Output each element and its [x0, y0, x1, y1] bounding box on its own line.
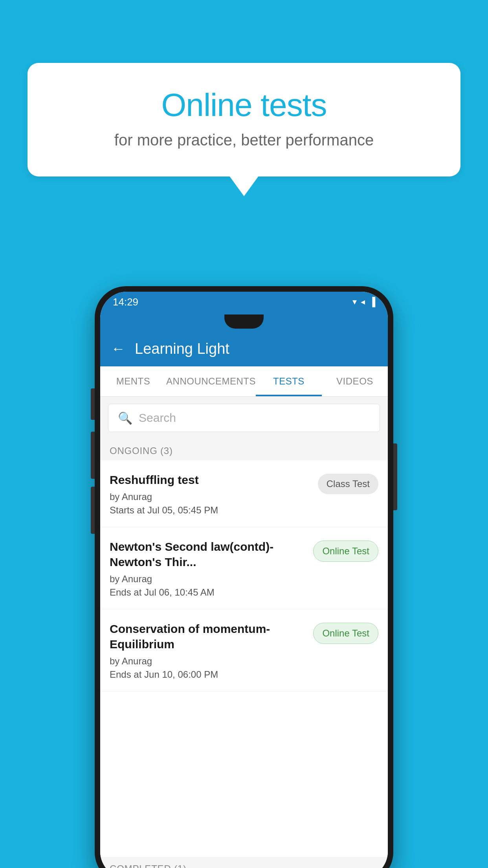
app-title: Learning Light: [135, 340, 229, 357]
test-item[interactable]: Conservation of momentum-Equilibrium by …: [100, 609, 388, 691]
test-author-2: by Anurag: [110, 574, 307, 585]
test-badge-2: Online Test: [313, 541, 378, 562]
test-title-1: Reshuffling test: [110, 472, 312, 487]
status-icons: ▾ ◂ ▐: [352, 297, 375, 307]
completed-section-header: COMPLETED (1): [100, 857, 388, 868]
test-item[interactable]: Reshuffling test by Anurag Starts at Jul…: [100, 460, 388, 527]
bubble-subtitle: for more practice, better performance: [59, 131, 429, 149]
speech-bubble-container: Online tests for more practice, better p…: [28, 63, 460, 177]
phone-mute-button: [91, 487, 95, 534]
app-bar: ← Learning Light: [100, 331, 388, 366]
test-author-3: by Anurag: [110, 656, 307, 667]
search-icon: 🔍: [118, 411, 132, 425]
test-title-3: Conservation of momentum-Equilibrium: [110, 621, 307, 652]
search-container: 🔍 Search: [100, 397, 388, 439]
tab-tests[interactable]: TESTS: [256, 366, 322, 396]
signal-icon: ◂: [361, 297, 365, 307]
test-time-2: Ends at Jul 06, 10:45 AM: [110, 587, 307, 598]
status-bar: 14:29 ▾ ◂ ▐: [100, 292, 388, 312]
completed-label: COMPLETED (1): [110, 863, 187, 868]
wifi-icon: ▾: [352, 297, 357, 307]
tests-list: Reshuffling test by Anurag Starts at Jul…: [100, 460, 388, 857]
test-title-2: Newton's Second law(contd)-Newton's Thir…: [110, 539, 307, 570]
tab-videos[interactable]: VIDEOS: [322, 366, 388, 396]
test-badge-1: Class Test: [318, 474, 378, 494]
test-time-1: Starts at Jul 05, 05:45 PM: [110, 505, 312, 516]
phone-volume-down-button: [91, 432, 95, 479]
speech-bubble: Online tests for more practice, better p…: [28, 63, 460, 177]
notch-area: [100, 312, 388, 331]
test-info-1: Reshuffling test by Anurag Starts at Jul…: [110, 472, 312, 516]
tab-announcements[interactable]: ANNOUNCEMENTS: [166, 366, 256, 396]
tab-ments[interactable]: MENTS: [100, 366, 166, 396]
search-input[interactable]: Search: [139, 411, 176, 425]
ongoing-label: ONGOING (3): [110, 445, 173, 456]
tabs-container: MENTS ANNOUNCEMENTS TESTS VIDEOS: [100, 366, 388, 397]
test-time-3: Ends at Jun 10, 06:00 PM: [110, 669, 307, 680]
test-item[interactable]: Newton's Second law(contd)-Newton's Thir…: [100, 527, 388, 609]
notch: [224, 314, 264, 329]
search-bar[interactable]: 🔍 Search: [108, 404, 380, 432]
battery-icon: ▐: [369, 297, 375, 307]
back-button[interactable]: ←: [111, 340, 125, 357]
ongoing-section-header: ONGOING (3): [100, 439, 388, 460]
phone-volume-up-button: [91, 388, 95, 420]
test-info-3: Conservation of momentum-Equilibrium by …: [110, 621, 307, 680]
test-author-1: by Anurag: [110, 491, 312, 502]
phone-screen: 14:29 ▾ ◂ ▐ ← Learning Light MENTS ANNOU…: [100, 292, 388, 868]
status-time: 14:29: [113, 296, 138, 308]
test-info-2: Newton's Second law(contd)-Newton's Thir…: [110, 539, 307, 598]
test-badge-3: Online Test: [313, 623, 378, 644]
bubble-title: Online tests: [59, 86, 429, 123]
phone-frame: 14:29 ▾ ◂ ▐ ← Learning Light MENTS ANNOU…: [95, 286, 393, 868]
phone-power-button: [393, 443, 397, 510]
